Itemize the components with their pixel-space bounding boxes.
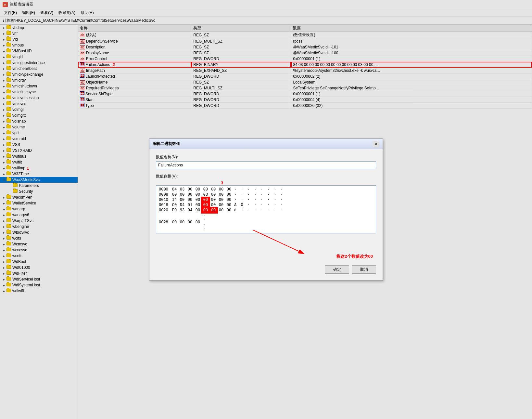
hex-byte[interactable]: 00: [194, 213, 202, 232]
hex-byte[interactable]: 00: [194, 203, 202, 208]
dialog-title-bar: 编辑二进制数值 ×: [149, 139, 383, 149]
hex-address: 0010: [158, 197, 171, 203]
red-arrow-svg: [247, 227, 312, 259]
ok-button[interactable]: 确定: [325, 265, 349, 274]
hex-byte[interactable]: 84: [171, 187, 178, 192]
hex-byte[interactable]: 00: [225, 208, 233, 213]
hex-data-table: 00008403000000000000· · · · · · · ·00080…: [158, 187, 374, 232]
hex-editor[interactable]: 00008403000000000000· · · · · · · ·00080…: [156, 185, 376, 233]
hex-byte[interactable]: E0: [171, 208, 178, 213]
hex-byte[interactable]: 00: [194, 208, 202, 213]
hex-byte[interactable]: 00: [178, 197, 186, 203]
hex-byte[interactable]: 00: [194, 187, 202, 192]
hex-byte[interactable]: 00: [209, 208, 217, 213]
hex-ascii: · · · · · · · ·: [233, 187, 374, 192]
hex-byte[interactable]: 00: [225, 192, 233, 197]
hex-row: 0020E093040000000000à · · · · · · ·: [158, 208, 374, 213]
hex-byte[interactable]: 00: [209, 197, 217, 203]
hex-byte[interactable]: 01: [186, 203, 194, 208]
hex-byte[interactable]: 00: [225, 203, 233, 208]
annotation-area: 将这2个数值改为00: [156, 237, 376, 263]
hex-byte[interactable]: 00: [186, 187, 194, 192]
hex-byte[interactable]: 00: [225, 197, 233, 203]
hex-byte[interactable]: 00: [171, 213, 178, 232]
hex-address: 0020: [158, 208, 171, 213]
name-label: 数值名称(N):: [156, 154, 376, 160]
svg-line-23: [253, 230, 299, 251]
hex-row: 00101400000000000000· · · · · · · ·: [158, 197, 374, 203]
hex-ascii: · · · ·: [202, 213, 209, 232]
hex-ascii: à · · · · · · ·: [233, 208, 374, 213]
hex-byte[interactable]: 00: [202, 203, 209, 208]
cancel-button[interactable]: 取消: [352, 265, 376, 274]
hex-ascii: · · · · · · · ·: [233, 197, 374, 203]
hex-byte[interactable]: 00: [209, 187, 217, 192]
hex-byte[interactable]: 00: [217, 208, 225, 213]
hex-ascii: · · · · · · · ·: [233, 192, 374, 197]
hex-byte[interactable]: D4: [178, 203, 186, 208]
hex-byte[interactable]: 00: [171, 192, 178, 197]
hex-byte[interactable]: 00: [186, 192, 194, 197]
edit-binary-dialog: 编辑二进制数值 × 数值名称(N): 数值数据(V):3 00008403000…: [149, 138, 383, 281]
hex-byte[interactable]: 00: [178, 192, 186, 197]
hex-row: 00008403000000000000· · · · · · · ·: [158, 187, 374, 192]
annotation-3: 3: [221, 180, 223, 185]
hex-byte[interactable]: 00: [202, 208, 209, 213]
hex-row: 00080000000003000000· · · · · · · ·: [158, 192, 374, 197]
hex-byte[interactable]: 14: [171, 197, 178, 203]
hex-byte[interactable]: 03: [202, 192, 209, 197]
dialog-body: 数值名称(N): 数值数据(V):3 00008403000000000000·…: [149, 149, 383, 280]
data-label: 数值数据(V):: [156, 174, 376, 179]
hex-address: 0008: [158, 192, 171, 197]
hex-byte[interactable]: 00: [225, 187, 233, 192]
annotation-text: 将这2个数值改为00: [336, 254, 373, 259]
dialog-close-button[interactable]: ×: [373, 141, 379, 147]
dialog-title: 编辑二进制数值: [153, 141, 180, 147]
hex-byte[interactable]: 00: [217, 203, 225, 208]
hex-row: 0018C0D4010000000000À Ô · · · · · ·: [158, 203, 374, 208]
hex-byte[interactable]: 00: [194, 192, 202, 197]
hex-byte[interactable]: 93: [178, 208, 186, 213]
hex-address: 0000: [158, 187, 171, 192]
hex-byte[interactable]: 00: [217, 192, 225, 197]
hex-ascii: À Ô · · · · · ·: [233, 203, 374, 208]
hex-address: 0028: [158, 213, 171, 232]
hex-byte[interactable]: 00: [202, 197, 209, 203]
name-input[interactable]: [156, 161, 376, 169]
hex-byte[interactable]: 00: [194, 197, 202, 203]
hex-byte[interactable]: 00: [202, 187, 209, 192]
hex-byte[interactable]: 00: [209, 192, 217, 197]
dialog-overlay: 编辑二进制数值 × 数值名称(N): 数值数据(V):3 00008403000…: [0, 0, 532, 419]
hex-byte[interactable]: 00: [186, 213, 194, 232]
hex-byte[interactable]: 03: [178, 187, 186, 192]
hex-address: 0018: [158, 203, 171, 208]
hex-byte[interactable]: C0: [171, 203, 178, 208]
hex-byte[interactable]: 00: [186, 197, 194, 203]
hex-byte[interactable]: 00: [178, 213, 186, 232]
dialog-footer: 确定 取消: [156, 263, 376, 275]
hex-byte[interactable]: 04: [186, 208, 194, 213]
hex-byte[interactable]: 00: [217, 197, 225, 203]
hex-byte[interactable]: 00: [209, 203, 217, 208]
hex-byte[interactable]: 00: [217, 187, 225, 192]
